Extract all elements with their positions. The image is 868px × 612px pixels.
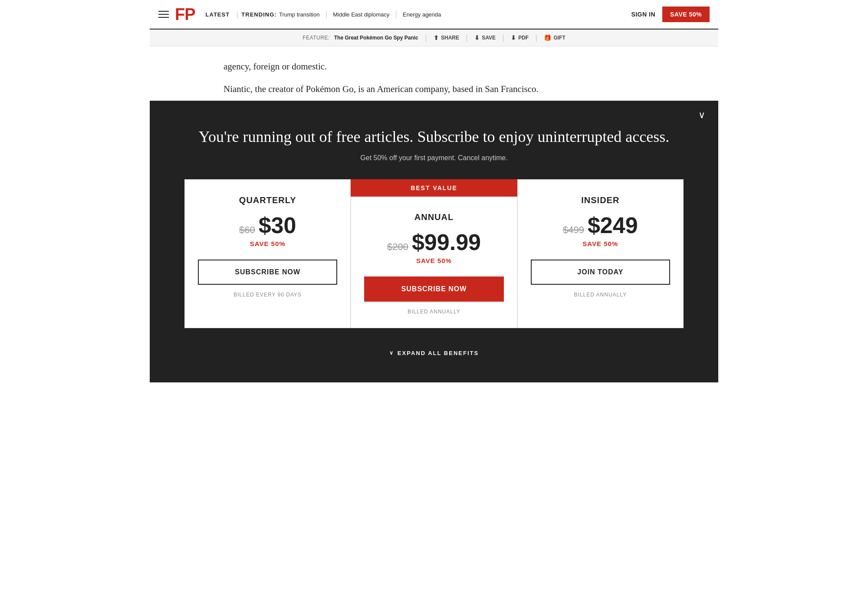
save-icon: ⬇ [474, 34, 480, 41]
nav-sep-3: | [394, 10, 397, 18]
pdf-label: PDF [518, 35, 529, 41]
insider-price-row: $499 $249 [531, 214, 670, 237]
nav-right: SIGN IN SAVE 50% [631, 7, 710, 22]
article-paragraph-2: Niantic, the creator of Pokémon Go, is a… [224, 82, 644, 97]
nav-trend-3[interactable]: Energy agenda [401, 11, 441, 18]
insider-billing-info: BILLED ANNUALLY [531, 292, 670, 298]
quarterly-subscribe-button[interactable]: SUBSCRIBE NOW [198, 260, 337, 285]
toolbar-feature-label: FEATURE: [302, 35, 329, 41]
annual-subscribe-button[interactable]: SUBSCRIBE NOW [364, 276, 503, 302]
insider-original-price: $499 [563, 224, 584, 236]
toolbar-share[interactable]: ⬆ SHARE [434, 34, 459, 41]
pdf-icon: ⬇ [511, 34, 516, 41]
quarterly-title: QUARTERLY [198, 195, 337, 205]
article-toolbar: FEATURE: The Great Pokémon Go Spy Panic … [150, 30, 718, 46]
insider-save-label: SAVE 50% [531, 240, 670, 247]
toolbar-gift[interactable]: 🎁 GIFT [544, 34, 565, 41]
quarterly-save-label: SAVE 50% [198, 240, 337, 247]
quarterly-price-row: $60 $30 [198, 214, 337, 237]
pricing-card-quarterly: QUARTERLY $60 $30 SAVE 50% SUBSCRIBE NOW… [184, 179, 351, 328]
signin-button[interactable]: SIGN IN [631, 11, 655, 18]
annual-save-label: SAVE 50% [364, 257, 503, 264]
article-content: agency, foreign or domestic. Niantic, th… [150, 46, 718, 101]
gift-label: GIFT [553, 35, 565, 41]
insider-current-price: $249 [588, 214, 638, 237]
quarterly-original-price: $60 [239, 224, 255, 236]
paywall-headline: You're running out of free articles. Sub… [184, 127, 684, 147]
expand-benefits-button[interactable]: ∨ EXPAND ALL BENEFITS [184, 345, 684, 361]
paywall-section: ∨ You're running out of free articles. S… [150, 101, 718, 382]
best-value-badge: BEST VALUE [351, 179, 517, 197]
annual-billing-info: BILLED ANNUALLY [364, 309, 503, 315]
navbar: FP LATEST | TRENDING: Trump transition |… [150, 0, 718, 30]
paywall-chevron[interactable]: ∨ [698, 109, 705, 121]
annual-price-row: $200 $99.99 [364, 231, 503, 253]
insider-title: INSIDER [531, 195, 670, 205]
toolbar-sep: | [425, 34, 427, 42]
annual-title: ANNUAL [364, 212, 503, 222]
article-paragraph-1: agency, foreign or domestic. [224, 59, 644, 74]
insider-join-button[interactable]: JOIN TODAY [531, 260, 670, 285]
quarterly-current-price: $30 [259, 214, 296, 237]
expand-chevron-icon: ∨ [389, 350, 394, 356]
fp-logo[interactable]: FP [175, 6, 195, 23]
nav-trending-label: TRENDING: [241, 11, 276, 18]
share-label: SHARE [441, 35, 459, 41]
pricing-grid: QUARTERLY $60 $30 SAVE 50% SUBSCRIBE NOW… [184, 179, 684, 328]
nav-trend-2[interactable]: Middle East diplomacy [332, 11, 390, 18]
quarterly-billing-info: BILLED EVERY 90 DAYS [198, 292, 337, 298]
expand-benefits-label: EXPAND ALL BENEFITS [398, 350, 479, 356]
paywall-subtext: Get 50% off your first payment. Cancel a… [184, 154, 684, 162]
nav-latest-label: LATEST [206, 11, 230, 18]
nav-trending-items: Trump transition | Middle East diplomacy… [277, 10, 442, 18]
pricing-card-insider: INSIDER $499 $249 SAVE 50% JOIN TODAY BI… [517, 179, 684, 328]
hamburger-menu[interactable] [158, 11, 169, 18]
pricing-card-annual: BEST VALUE ANNUAL $200 $99.99 SAVE 50% S… [351, 179, 517, 328]
save-label: SAVE [482, 35, 496, 41]
nav-trend-1[interactable]: Trump transition [278, 11, 320, 18]
annual-card-inner: ANNUAL $200 $99.99 SAVE 50% SUBSCRIBE NO… [351, 197, 517, 328]
nav-sep-1: | [237, 10, 238, 18]
toolbar-article-title: The Great Pokémon Go Spy Panic [334, 35, 418, 41]
toolbar-pdf[interactable]: ⬇ PDF [511, 34, 529, 41]
share-icon: ⬆ [434, 34, 439, 41]
gift-icon: 🎁 [544, 34, 551, 41]
toolbar-save[interactable]: ⬇ SAVE [474, 34, 496, 41]
annual-original-price: $200 [387, 241, 408, 253]
nav-sep-2: | [324, 10, 327, 18]
save50-button[interactable]: SAVE 50% [662, 7, 710, 22]
annual-current-price: $99.99 [412, 231, 481, 253]
